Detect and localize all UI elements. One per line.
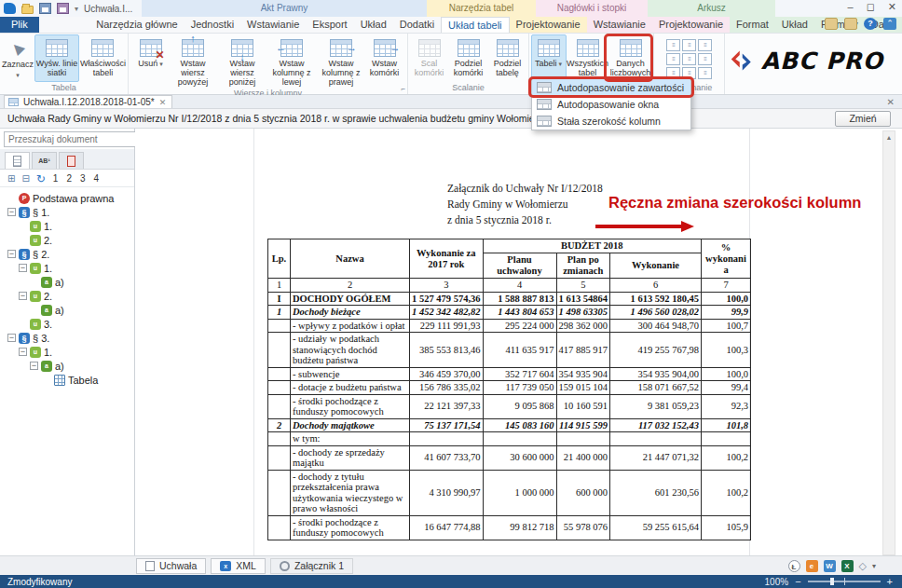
table-properties-button[interactable]: Właściwości tabeli <box>79 34 127 82</box>
refresh-icon[interactable]: ↻ <box>36 174 46 184</box>
table-cell[interactable]: 7 <box>702 279 751 293</box>
header-cell[interactable]: Planu uchwalony <box>483 253 556 279</box>
shapes-icon[interactable]: ◇ <box>859 560 867 572</box>
table-cell[interactable]: 21 447 071,32 <box>610 445 702 470</box>
table-cell[interactable]: 100,2 <box>702 470 751 515</box>
close-document-tab-icon[interactable]: ✕ <box>159 98 167 107</box>
split-table-button[interactable]: Podziel tabelę <box>488 34 527 82</box>
search-input[interactable] <box>4 131 136 147</box>
table-cell[interactable] <box>268 333 291 368</box>
close-button[interactable]: ✕ <box>888 1 896 13</box>
table-cell[interactable]: 101,8 <box>702 418 751 432</box>
table-cell[interactable]: 3 <box>410 279 484 293</box>
table-cell[interactable]: 601 230,56 <box>610 470 702 515</box>
collapse-node-icon[interactable]: − <box>7 250 16 258</box>
table-cell[interactable]: 1 000 000 <box>483 470 556 515</box>
level-1-button[interactable]: 1 <box>52 173 60 184</box>
table-cell[interactable] <box>610 432 702 446</box>
document-tab[interactable]: Uchwała.I.12.2018.2018-01-05* ✕ <box>4 95 172 108</box>
table-cell[interactable]: 100,7 <box>702 319 751 333</box>
share-icon[interactable] <box>825 18 838 30</box>
tab-wstawianie[interactable]: Wstawianie <box>240 17 306 33</box>
table-cell[interactable]: 145 083 160 <box>483 418 556 432</box>
table-cell[interactable] <box>268 381 291 395</box>
tree-item[interactable]: −§§ 1. <box>3 205 134 219</box>
export-caret-icon[interactable]: ▾ <box>872 562 876 570</box>
table-cell[interactable]: 100,0 <box>702 367 751 381</box>
show-gridlines-button[interactable]: Wyśw. linie siatki <box>34 34 79 82</box>
table-cell[interactable]: 385 553 813,46 <box>410 333 484 368</box>
collapse-node-icon[interactable]: − <box>30 362 38 370</box>
tab-uklad[interactable]: Układ <box>354 17 393 33</box>
tab-projektowanie-naglowki[interactable]: Projektowanie <box>652 17 730 33</box>
table-cell[interactable]: 229 111 991,93 <box>410 319 484 333</box>
autofit-numeric-data-button[interactable]: Danych liczbowych <box>609 34 652 82</box>
table-cell[interactable]: 21 400 000 <box>556 445 610 470</box>
table-cell[interactable]: - subwencje <box>291 367 410 381</box>
collapse-node-icon[interactable]: − <box>19 292 27 300</box>
menu-item-autofit-contents[interactable]: Autodopasowanie zawartości <box>532 79 690 96</box>
table-cell[interactable]: - dotacje z budżetu państwa <box>291 381 410 395</box>
table-cell[interactable]: 99,9 <box>702 306 751 320</box>
insert-column-right-button[interactable]: → Wstaw kolumnę z prawej <box>317 34 366 88</box>
tree-item[interactable]: aa) <box>3 303 134 317</box>
change-button[interactable]: Zmień <box>835 111 891 127</box>
tree-item[interactable]: −§§ 2. <box>3 247 134 261</box>
table-cell[interactable]: 92,3 <box>702 394 751 418</box>
header-cell[interactable]: BUDŻET 2018 <box>483 239 702 253</box>
table-cell[interactable]: 99,4 <box>702 381 751 395</box>
collapse-node-icon[interactable]: − <box>19 264 27 272</box>
tree-item[interactable]: −u1. <box>3 345 134 359</box>
tree-item[interactable]: −§§ 3. <box>3 331 134 345</box>
table-cell[interactable] <box>410 432 484 446</box>
table-cell[interactable]: 10 160 591 <box>556 394 610 418</box>
table-cell[interactable]: 4 <box>483 279 556 293</box>
maximize-button[interactable]: ◻ <box>867 1 875 13</box>
table-cell[interactable]: 295 224 000 <box>483 319 556 333</box>
header-cell[interactable]: Nazwa <box>291 239 410 279</box>
table-cell[interactable]: 159 015 104 <box>556 381 610 395</box>
table-cell[interactable]: 30 600 000 <box>483 445 556 470</box>
tree-item[interactable]: aa) <box>3 275 134 289</box>
table-cell[interactable]: 100,3 <box>702 333 751 368</box>
insert-row-above-button[interactable]: ↑ Wstaw wiersz powyżej <box>169 34 218 88</box>
tree-item[interactable]: u3. <box>3 317 134 331</box>
table-cell[interactable]: 298 362 000 <box>556 319 610 333</box>
collapse-node-icon[interactable]: − <box>7 208 16 216</box>
header-cell[interactable]: Lp. <box>268 239 291 279</box>
table-cell[interactable]: 105,9 <box>702 515 751 540</box>
table-cell[interactable]: - środki pochodzące z funduszy pomocowyc… <box>291 515 410 540</box>
table-cell[interactable]: 9 381 059,23 <box>610 394 702 418</box>
table-cell[interactable]: 16 647 774,88 <box>410 515 484 540</box>
menu-item-autofit-window[interactable]: Autodopasowanie okna <box>532 96 690 113</box>
level-3-button[interactable]: 3 <box>79 173 87 184</box>
table-cell[interactable] <box>268 432 291 446</box>
table-cell[interactable]: 158 071 667,52 <box>610 381 702 395</box>
tab-narzedzia-glowne[interactable]: Narzędzia główne <box>89 17 184 33</box>
table-cell[interactable]: 1 498 63305 <box>556 306 610 320</box>
table-cell[interactable]: 99 812 718 <box>483 515 556 540</box>
level-4-button[interactable]: 4 <box>93 173 101 184</box>
collapse-ribbon-icon[interactable]: ⌃ <box>883 18 896 30</box>
table-cell[interactable]: 2 <box>268 418 291 432</box>
tree-item[interactable]: u1. <box>3 219 134 233</box>
insert-row-below-button[interactable]: ↓ Wstaw wiersz poniżej <box>218 34 267 88</box>
tab-jednostki[interactable]: Jednostki <box>184 17 240 33</box>
table-cell[interactable]: 411 635 917 <box>483 333 556 368</box>
table-cell[interactable] <box>483 432 556 446</box>
tree-item[interactable]: u2. <box>3 233 134 247</box>
close-panel-icon[interactable]: ✕ <box>887 97 895 107</box>
tab-uklad-tabeli[interactable]: Układ tabeli <box>441 17 509 33</box>
tab-uklad-arkusz[interactable]: Układ <box>775 17 814 33</box>
expand-tree-icon[interactable]: ⊟ <box>21 173 29 184</box>
align-middle-right-button[interactable]: ≡ <box>698 53 712 65</box>
header-cell[interactable]: Plan po zmianach <box>556 253 610 279</box>
table-cell[interactable]: 346 459 370,00 <box>410 367 484 381</box>
table-cell[interactable]: 1 527 479 574,36 <box>410 292 484 306</box>
header-cell[interactable]: Wykonanie <box>610 253 702 279</box>
table-cell[interactable]: 114 915 599 <box>556 418 610 432</box>
zoom-out-button[interactable]: − <box>795 576 800 587</box>
table-cell[interactable] <box>268 394 291 418</box>
table-cell[interactable]: DOCHODY OGÓŁEM <box>291 292 410 306</box>
table-cell[interactable]: 41 607 733,70 <box>410 445 484 470</box>
